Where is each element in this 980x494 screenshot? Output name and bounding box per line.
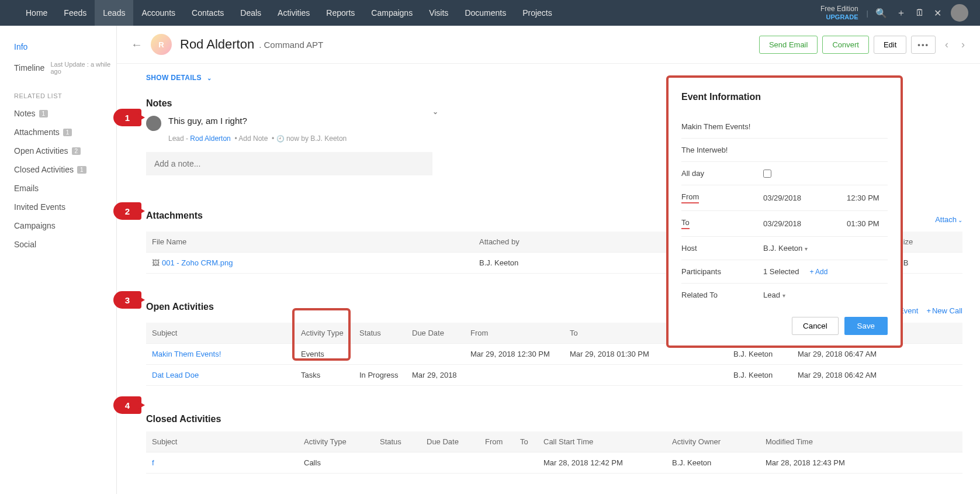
file-link[interactable]: 001 - Zoho CRM.png	[162, 258, 233, 267]
add-note-input[interactable]	[146, 152, 432, 175]
event-location-value[interactable]: The Interweb!	[681, 146, 888, 154]
to-time[interactable]: 01:30 PM	[847, 219, 888, 228]
from-label: From	[681, 192, 699, 203]
record-avatar: R	[151, 34, 172, 55]
more-button[interactable]: •••	[911, 36, 936, 54]
note-title: This guy, am I right?	[168, 116, 247, 126]
event-panel-title: Event Information	[681, 92, 888, 102]
allday-checkbox[interactable]	[763, 170, 771, 178]
callout-1: 1	[113, 109, 141, 126]
event-information-panel: Event Information Makin Them Events! The…	[666, 75, 903, 348]
edit-button[interactable]: Edit	[874, 36, 906, 54]
callout-4: 4	[113, 396, 141, 414]
chevron-down-icon: ⌄	[958, 217, 962, 223]
table-row[interactable]: f Calls Mar 28, 2018 12:42 PM B.J. Keeto…	[146, 452, 962, 474]
sidebar-attachments[interactable]: Attachments1	[14, 123, 116, 141]
closed-activities-title: Closed Activities	[146, 414, 962, 424]
nav-leads[interactable]: Leads	[95, 0, 133, 26]
from-date[interactable]: 03/29/2018	[763, 194, 841, 202]
nav-reports[interactable]: Reports	[318, 0, 363, 26]
attach-link[interactable]: Attach⌄	[935, 215, 962, 224]
from-time[interactable]: 12:30 PM	[847, 194, 888, 202]
sidebar-emails[interactable]: Emails	[14, 179, 116, 198]
chevron-down-icon[interactable]: ⌄	[432, 108, 438, 116]
next-record-icon[interactable]: ›	[958, 39, 968, 51]
edition-label[interactable]: Free Edition UPGRADE	[820, 5, 858, 20]
to-label: To	[681, 218, 690, 229]
nav-contacts[interactable]: Contacts	[183, 0, 232, 26]
callout-2: 2	[113, 202, 141, 220]
host-value[interactable]: B.J. Keeton▾	[763, 244, 888, 253]
lead-link[interactable]: Rod Alderton	[190, 134, 230, 143]
cancel-button[interactable]: Cancel	[792, 317, 839, 335]
search-icon[interactable]: 🔍	[871, 8, 892, 19]
plus-icon[interactable]: ＋	[892, 7, 910, 19]
related-list-header: RELATED LIST	[14, 92, 116, 99]
sidebar-info[interactable]: Info	[14, 37, 116, 56]
nav-documents[interactable]: Documents	[456, 0, 514, 26]
participants-label: Participants	[681, 267, 757, 276]
nav-deals[interactable]: Deals	[232, 0, 269, 26]
upgrade-link[interactable]: UPGRADE	[820, 13, 858, 20]
calendar-icon[interactable]: 🗓	[910, 8, 929, 18]
free-edition: Free Edition	[820, 5, 858, 13]
nav-projects[interactable]: Projects	[514, 0, 560, 26]
nav-items: Home Feeds Leads Accounts Contacts Deals…	[18, 0, 560, 26]
save-button[interactable]: Save	[844, 317, 888, 335]
nav-visits[interactable]: Visits	[421, 0, 456, 26]
tools-icon[interactable]: ✕	[929, 8, 946, 19]
top-nav: Home Feeds Leads Accounts Contacts Deals…	[0, 0, 980, 26]
sidebar-notes[interactable]: Notes1	[14, 104, 116, 123]
record-name: Rod Alderton	[180, 37, 254, 52]
divider: |	[864, 9, 871, 18]
nav-accounts[interactable]: Accounts	[133, 0, 183, 26]
chevron-down-icon: ⌄	[207, 75, 212, 81]
sidebar-invited-events[interactable]: Invited Events	[14, 198, 116, 216]
col-file-name: File Name	[146, 232, 473, 253]
user-avatar[interactable]	[951, 4, 968, 22]
page-header: ← R Rod Alderton . Command APT Send Emai…	[117, 26, 980, 64]
timeline-sub: Last Update : a while ago	[50, 61, 116, 75]
nav-feeds[interactable]: Feeds	[56, 0, 95, 26]
col-size: Size	[892, 232, 962, 253]
to-date[interactable]: 03/29/2018	[763, 219, 841, 228]
show-details-link[interactable]: SHOW DETAILS ⌄	[146, 74, 212, 82]
participants-value[interactable]: 1 Selected	[763, 267, 799, 276]
chevron-down-icon: ▾	[782, 292, 785, 299]
prev-record-icon[interactable]: ‹	[941, 39, 952, 51]
sidebar-open-activities[interactable]: Open Activities2	[14, 141, 116, 160]
record-company: . Command APT	[259, 40, 323, 50]
timeline-label: Timeline	[14, 63, 44, 72]
callout-3: 3	[113, 291, 141, 309]
chevron-down-icon: ▾	[805, 246, 808, 252]
back-arrow-icon[interactable]: ←	[123, 38, 151, 51]
closed-activities-table: Subject Activity Type Status Due Date Fr…	[146, 431, 962, 474]
sidebar: Info Timeline Last Update : a while ago …	[0, 26, 117, 494]
nav-activities[interactable]: Activities	[269, 0, 318, 26]
convert-button[interactable]: Convert	[822, 36, 869, 54]
clock-icon: 🕘	[276, 135, 285, 142]
related-to-value[interactable]: Lead▾	[763, 291, 888, 299]
open-activities-title: Open Activities	[146, 302, 214, 312]
sidebar-campaigns[interactable]: Campaigns	[14, 216, 116, 235]
image-icon: 🖼	[152, 258, 160, 267]
attachments-title: Attachments	[146, 210, 203, 221]
sidebar-closed-activities[interactable]: Closed Activities1	[14, 160, 116, 179]
table-row[interactable]: Dat Lead Doe Tasks In Progress Mar 29, 2…	[146, 365, 962, 386]
nav-home[interactable]: Home	[18, 0, 56, 26]
plus-icon: +	[926, 306, 931, 315]
allday-label: All day	[681, 169, 757, 178]
send-email-button[interactable]: Send Email	[759, 36, 818, 54]
nav-campaigns[interactable]: Campaigns	[363, 0, 421, 26]
add-note-link[interactable]: Add Note	[238, 134, 268, 143]
sidebar-timeline[interactable]: Timeline Last Update : a while ago	[14, 56, 116, 80]
related-to-label: Related To	[681, 291, 757, 299]
new-call-button[interactable]: +New Call	[926, 306, 962, 315]
event-title-value[interactable]: Makin Them Events!	[681, 122, 888, 131]
add-participant-link[interactable]: + Add	[809, 268, 827, 276]
sidebar-social[interactable]: Social	[14, 235, 116, 254]
host-label: Host	[681, 244, 757, 253]
main: ← R Rod Alderton . Command APT Send Emai…	[117, 26, 980, 494]
